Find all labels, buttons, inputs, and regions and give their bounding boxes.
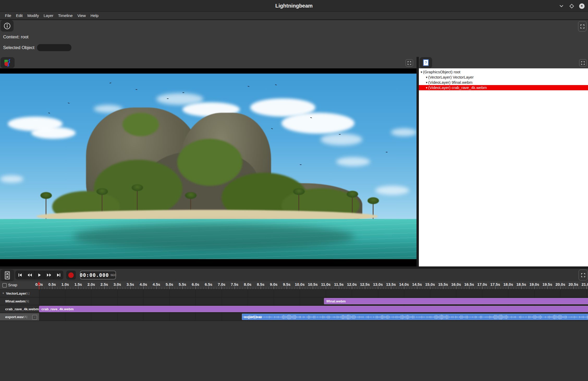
clip-label: crab_rave_4k.webm bbox=[41, 307, 74, 311]
ruler-time-label: 16.0s bbox=[451, 282, 461, 287]
ruler-time-label: 4.5s bbox=[152, 282, 160, 287]
time-display: 00:00.000 SEC bbox=[80, 271, 116, 279]
stage-video-frame[interactable] bbox=[0, 74, 416, 259]
timeline-tab[interactable] bbox=[1, 269, 14, 281]
ruler-time-label: 5.5s bbox=[179, 282, 186, 287]
tree-item[interactable]: ▼(VideoLayer) 9final.webm bbox=[419, 80, 588, 85]
ruler-ticks-major bbox=[39, 286, 588, 289]
inspector-fullscreen-button[interactable] bbox=[578, 21, 586, 32]
tree-item[interactable]: ▼(GraphicsObject) root bbox=[419, 69, 588, 75]
timeline-track-row: export.wav[A]-export.wav bbox=[0, 313, 588, 321]
track-mini-button[interactable]: - bbox=[32, 315, 37, 320]
ruler-time-label: 18.0s bbox=[503, 282, 513, 287]
track-label-export-wav[interactable]: export.wav[A]- bbox=[0, 313, 39, 321]
clip-label: 9final.webm bbox=[326, 299, 346, 303]
play-button[interactable] bbox=[34, 271, 44, 279]
scene-tree-fullscreen-button[interactable] bbox=[579, 59, 587, 67]
fast-forward-button[interactable] bbox=[44, 271, 54, 279]
ruler-time-label: 10.5s bbox=[308, 282, 318, 287]
track-lane[interactable]: 9final.webm bbox=[39, 297, 588, 305]
palm-crown bbox=[368, 197, 379, 204]
ruler-time-label: 20.0s bbox=[555, 282, 565, 287]
ruler-time-label: 19.0s bbox=[529, 282, 539, 287]
track-name: 9final.webm bbox=[5, 299, 25, 303]
skip-start-button[interactable] bbox=[15, 271, 25, 279]
menu-item-modify[interactable]: Modify bbox=[27, 13, 39, 18]
stage-tab[interactable] bbox=[1, 57, 15, 68]
ruler-time-label: 9.0s bbox=[270, 282, 277, 287]
ruler-time-label: 4.0s bbox=[139, 282, 147, 287]
fullscreen-icon bbox=[581, 273, 585, 277]
inspector-tab[interactable] bbox=[1, 20, 14, 32]
audio-waveform bbox=[242, 314, 588, 320]
app-window: Lightningbeam ✕ FileEditModifyLayerTimel… bbox=[0, 0, 588, 381]
ruler-time-label: 17.0s bbox=[477, 282, 487, 287]
track-type-tag: [A] bbox=[24, 315, 27, 318]
close-icon[interactable]: ✕ bbox=[578, 3, 585, 9]
ruler-time-label: 20.5s bbox=[568, 282, 578, 287]
scene-tree-tab[interactable]: ? bbox=[420, 57, 432, 68]
ruler-time-label: 0.5s bbox=[48, 282, 56, 287]
track-type-tag: [L] bbox=[26, 292, 29, 295]
menu-item-edit[interactable]: Edit bbox=[16, 13, 23, 18]
window-title: Lightningbeam bbox=[0, 0, 588, 11]
minimize-icon[interactable] bbox=[558, 3, 565, 9]
ruler-time-label: 11.0s bbox=[321, 282, 331, 287]
tree-expand-arrow-icon[interactable]: ▼ bbox=[425, 86, 428, 89]
clip-9final-webm[interactable]: 9final.webm bbox=[324, 298, 588, 304]
selected-object-label: Selected Object bbox=[3, 45, 34, 50]
ruler-time-label: 2.0s bbox=[87, 282, 95, 287]
skip-end-button[interactable] bbox=[54, 271, 63, 279]
track-collapse-arrow-icon[interactable]: ▼ bbox=[2, 292, 4, 295]
timeline-tracks: ▼VectorLayer[L]9final.webm[S]9final.webm… bbox=[0, 290, 588, 321]
track-lane[interactable]: export.wav bbox=[39, 313, 588, 321]
track-label-crab-rave-4k-webm[interactable]: crab_rave_4k.webm[V] bbox=[0, 305, 39, 313]
menu-item-view[interactable]: View bbox=[77, 13, 86, 18]
placeholder-image-icon: ? bbox=[423, 59, 429, 66]
cloud bbox=[321, 134, 362, 145]
tree-item-label: (VideoLayer) 9final.webm bbox=[428, 80, 473, 85]
track-label-9final-webm[interactable]: 9final.webm[S] bbox=[0, 297, 39, 305]
rewind-button[interactable] bbox=[25, 271, 34, 279]
tree-expand-arrow-icon[interactable]: ▼ bbox=[425, 81, 428, 84]
record-icon bbox=[68, 272, 74, 278]
ruler-time-label: 15.0s bbox=[425, 282, 435, 287]
scene-tree-header: ? bbox=[419, 57, 588, 68]
track-lane[interactable]: crab_rave_4k.webm bbox=[39, 305, 588, 313]
ruler-time-label: 17.5s bbox=[490, 282, 500, 287]
track-name: VectorLayer bbox=[6, 291, 26, 295]
ruler-time-label: 1.5s bbox=[74, 282, 82, 287]
ruler-time-label: 8.5s bbox=[257, 282, 264, 287]
clip-export-wav[interactable]: export.wav bbox=[242, 314, 588, 320]
menu-item-timeline[interactable]: Timeline bbox=[58, 13, 73, 18]
menu-item-help[interactable]: Help bbox=[90, 13, 99, 18]
ruler-time-label: 3.5s bbox=[126, 282, 134, 287]
track-label-vectorlayer[interactable]: ▼VectorLayer[L] bbox=[0, 290, 39, 297]
menu-item-layer[interactable]: Layer bbox=[44, 13, 53, 18]
menu-bar: FileEditModifyLayerTimelineViewHelp bbox=[0, 12, 588, 20]
timeline-track-row: 9final.webm[S]9final.webm bbox=[0, 297, 588, 305]
tree-item-label: (GraphicsObject) root bbox=[423, 70, 460, 74]
selected-object-input[interactable] bbox=[37, 44, 71, 51]
record-button[interactable] bbox=[66, 271, 76, 279]
track-lane[interactable] bbox=[39, 290, 588, 297]
palm-crown bbox=[293, 188, 305, 195]
ruler-time-label: 2.5s bbox=[100, 282, 108, 287]
maximize-icon[interactable] bbox=[568, 3, 575, 9]
clip-crab-rave-4k-webm[interactable]: crab_rave_4k.webm bbox=[39, 306, 588, 312]
playhead-handle-icon[interactable] bbox=[37, 282, 40, 285]
tree-item[interactable]: ▼(VideoLayer) crab_rave_4k.webm bbox=[419, 85, 588, 90]
tree-expand-arrow-icon[interactable]: ▼ bbox=[425, 76, 428, 79]
timeline-ruler[interactable]: Snap 0.0s0.5s1.0s1.5s2.0s2.5s3.0s3.5s4.0… bbox=[0, 281, 588, 290]
ruler-time-label: 5.0s bbox=[166, 282, 173, 287]
tree-item[interactable]: ▼(VectorLayer) VectorLayer bbox=[419, 75, 588, 80]
stage-fullscreen-button[interactable] bbox=[406, 59, 413, 67]
cloud bbox=[31, 127, 76, 139]
timeline-fullscreen-button[interactable] bbox=[579, 270, 587, 281]
menu-item-file[interactable]: File bbox=[5, 13, 11, 18]
title-bar: Lightningbeam ✕ bbox=[0, 0, 588, 12]
tree-expand-arrow-icon[interactable]: ▼ bbox=[420, 71, 423, 74]
track-name: export.wav bbox=[5, 315, 24, 319]
selected-object-row: Selected Object bbox=[3, 44, 34, 51]
ruler-time-label: 16.5s bbox=[464, 282, 474, 287]
